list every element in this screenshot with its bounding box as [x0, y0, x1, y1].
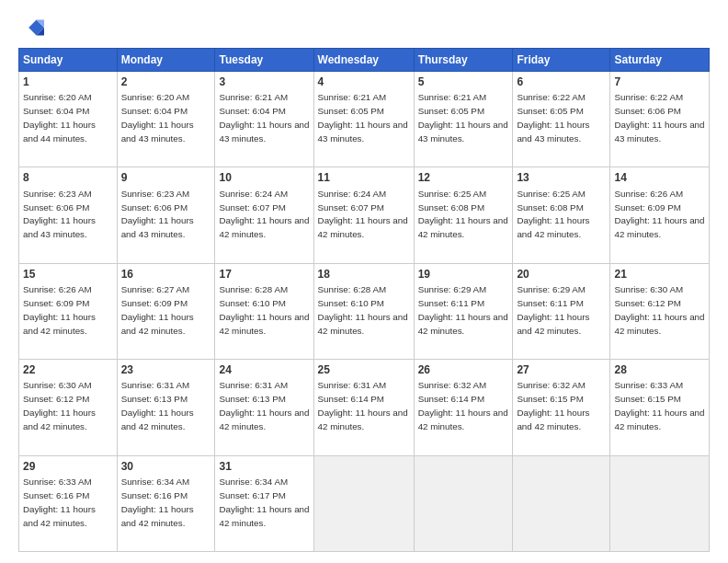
day-info: Sunrise: 6:32 AMSunset: 6:15 PMDaylight:…: [517, 380, 589, 431]
day-number: 23: [121, 362, 211, 377]
calendar-cell: [513, 455, 610, 551]
calendar-cell: 16Sunrise: 6:27 AMSunset: 6:09 PMDayligh…: [117, 263, 215, 359]
calendar-cell: 27Sunrise: 6:32 AMSunset: 6:15 PMDayligh…: [513, 360, 610, 455]
header: [18, 15, 710, 40]
calendar-cell: 25Sunrise: 6:31 AMSunset: 6:14 PMDayligh…: [313, 360, 414, 455]
calendar-cell: 10Sunrise: 6:24 AMSunset: 6:07 PMDayligh…: [215, 167, 313, 263]
day-info: Sunrise: 6:30 AMSunset: 6:12 PMDaylight:…: [614, 284, 704, 336]
calendar-cell: 15Sunrise: 6:26 AMSunset: 6:09 PMDayligh…: [19, 263, 118, 359]
day-info: Sunrise: 6:22 AMSunset: 6:05 PMDaylight:…: [517, 92, 589, 144]
day-number: 18: [318, 267, 410, 282]
calendar-cell: 21Sunrise: 6:30 AMSunset: 6:12 PMDayligh…: [610, 263, 710, 359]
calendar-cell: 13Sunrise: 6:25 AMSunset: 6:08 PMDayligh…: [513, 167, 610, 263]
weekday-header-friday: Friday: [513, 49, 610, 72]
weekday-header-wednesday: Wednesday: [313, 49, 414, 72]
day-info: Sunrise: 6:31 AMSunset: 6:13 PMDaylight:…: [121, 380, 194, 431]
day-info: Sunrise: 6:28 AMSunset: 6:10 PMDaylight:…: [318, 284, 408, 336]
day-info: Sunrise: 6:23 AMSunset: 6:06 PMDaylight:…: [23, 189, 96, 240]
weekday-header-monday: Monday: [117, 49, 215, 72]
day-info: Sunrise: 6:23 AMSunset: 6:06 PMDaylight:…: [121, 189, 194, 240]
day-info: Sunrise: 6:25 AMSunset: 6:08 PMDaylight:…: [517, 189, 589, 240]
day-number: 12: [418, 170, 509, 185]
day-info: Sunrise: 6:34 AMSunset: 6:17 PMDaylight:…: [219, 477, 309, 528]
weekday-header-saturday: Saturday: [610, 49, 710, 72]
weekday-header-tuesday: Tuesday: [215, 49, 313, 72]
day-info: Sunrise: 6:21 AMSunset: 6:05 PMDaylight:…: [318, 92, 408, 144]
calendar-cell: 9Sunrise: 6:23 AMSunset: 6:06 PMDaylight…: [117, 167, 215, 263]
day-info: Sunrise: 6:31 AMSunset: 6:14 PMDaylight:…: [318, 380, 408, 431]
day-info: Sunrise: 6:31 AMSunset: 6:13 PMDaylight:…: [219, 380, 309, 431]
calendar-cell: 12Sunrise: 6:25 AMSunset: 6:08 PMDayligh…: [414, 167, 513, 263]
day-info: Sunrise: 6:24 AMSunset: 6:07 PMDaylight:…: [318, 189, 408, 240]
day-number: 14: [614, 170, 705, 185]
weekday-header-thursday: Thursday: [414, 49, 513, 72]
day-info: Sunrise: 6:22 AMSunset: 6:06 PMDaylight:…: [614, 92, 704, 144]
day-number: 31: [219, 459, 309, 474]
day-info: Sunrise: 6:32 AMSunset: 6:14 PMDaylight:…: [418, 380, 508, 431]
day-number: 5: [418, 75, 509, 89]
calendar-cell: 3Sunrise: 6:21 AMSunset: 6:04 PMDaylight…: [215, 72, 313, 167]
day-info: Sunrise: 6:26 AMSunset: 6:09 PMDaylight:…: [23, 284, 96, 336]
day-number: 8: [23, 170, 113, 185]
day-number: 17: [219, 267, 309, 282]
day-info: Sunrise: 6:20 AMSunset: 6:04 PMDaylight:…: [23, 92, 96, 144]
day-number: 6: [517, 75, 606, 89]
day-number: 9: [121, 170, 211, 185]
day-info: Sunrise: 6:20 AMSunset: 6:04 PMDaylight:…: [121, 92, 194, 144]
logo: [18, 15, 48, 40]
calendar-cell: [610, 455, 710, 551]
calendar-cell: 7Sunrise: 6:22 AMSunset: 6:06 PMDaylight…: [610, 72, 710, 167]
calendar-cell: [414, 455, 513, 551]
day-number: 16: [121, 267, 211, 282]
calendar-cell: 6Sunrise: 6:22 AMSunset: 6:05 PMDaylight…: [513, 72, 610, 167]
calendar-cell: 17Sunrise: 6:28 AMSunset: 6:10 PMDayligh…: [215, 263, 313, 359]
calendar-cell: 31Sunrise: 6:34 AMSunset: 6:17 PMDayligh…: [215, 455, 313, 551]
day-info: Sunrise: 6:28 AMSunset: 6:10 PMDaylight:…: [219, 284, 309, 336]
day-number: 15: [23, 267, 113, 282]
day-number: 3: [219, 75, 309, 89]
calendar-cell: 4Sunrise: 6:21 AMSunset: 6:05 PMDaylight…: [313, 72, 414, 167]
day-number: 4: [318, 75, 410, 89]
calendar-cell: [313, 455, 414, 551]
calendar-cell: 11Sunrise: 6:24 AMSunset: 6:07 PMDayligh…: [313, 167, 414, 263]
day-number: 26: [418, 362, 509, 377]
calendar-cell: 5Sunrise: 6:21 AMSunset: 6:05 PMDaylight…: [414, 72, 513, 167]
calendar-cell: 22Sunrise: 6:30 AMSunset: 6:12 PMDayligh…: [19, 360, 118, 455]
calendar-cell: 30Sunrise: 6:34 AMSunset: 6:16 PMDayligh…: [117, 455, 215, 551]
day-info: Sunrise: 6:29 AMSunset: 6:11 PMDaylight:…: [517, 284, 589, 336]
day-info: Sunrise: 6:30 AMSunset: 6:12 PMDaylight:…: [23, 380, 96, 431]
calendar-cell: 1Sunrise: 6:20 AMSunset: 6:04 PMDaylight…: [19, 72, 118, 167]
day-number: 2: [121, 75, 211, 89]
day-info: Sunrise: 6:33 AMSunset: 6:15 PMDaylight:…: [614, 380, 704, 431]
calendar-cell: 18Sunrise: 6:28 AMSunset: 6:10 PMDayligh…: [313, 263, 414, 359]
calendar-cell: 14Sunrise: 6:26 AMSunset: 6:09 PMDayligh…: [610, 167, 710, 263]
day-info: Sunrise: 6:29 AMSunset: 6:11 PMDaylight:…: [418, 284, 508, 336]
calendar-cell: 23Sunrise: 6:31 AMSunset: 6:13 PMDayligh…: [117, 360, 215, 455]
day-number: 28: [614, 362, 705, 377]
day-info: Sunrise: 6:34 AMSunset: 6:16 PMDaylight:…: [121, 477, 194, 528]
day-number: 10: [219, 170, 309, 185]
day-number: 19: [418, 267, 509, 282]
day-number: 24: [219, 362, 309, 377]
day-info: Sunrise: 6:27 AMSunset: 6:09 PMDaylight:…: [121, 284, 194, 336]
calendar-cell: 26Sunrise: 6:32 AMSunset: 6:14 PMDayligh…: [414, 360, 513, 455]
day-info: Sunrise: 6:24 AMSunset: 6:07 PMDaylight:…: [219, 189, 309, 240]
page: SundayMondayTuesdayWednesdayThursdayFrid…: [0, 0, 728, 563]
day-number: 11: [318, 170, 410, 185]
calendar-cell: 24Sunrise: 6:31 AMSunset: 6:13 PMDayligh…: [215, 360, 313, 455]
calendar-cell: 29Sunrise: 6:33 AMSunset: 6:16 PMDayligh…: [19, 455, 118, 551]
day-number: 20: [517, 267, 606, 282]
calendar-cell: 28Sunrise: 6:33 AMSunset: 6:15 PMDayligh…: [610, 360, 710, 455]
weekday-header-sunday: Sunday: [19, 49, 118, 72]
calendar: SundayMondayTuesdayWednesdayThursdayFrid…: [18, 48, 710, 552]
day-number: 21: [614, 267, 705, 282]
day-number: 27: [517, 362, 606, 377]
calendar-cell: 2Sunrise: 6:20 AMSunset: 6:04 PMDaylight…: [117, 72, 215, 167]
day-number: 7: [614, 75, 705, 89]
day-number: 13: [517, 170, 606, 185]
day-number: 30: [121, 459, 211, 474]
logo-icon: [18, 15, 44, 40]
day-number: 25: [318, 362, 410, 377]
day-number: 22: [23, 362, 113, 377]
day-info: Sunrise: 6:26 AMSunset: 6:09 PMDaylight:…: [614, 189, 704, 240]
